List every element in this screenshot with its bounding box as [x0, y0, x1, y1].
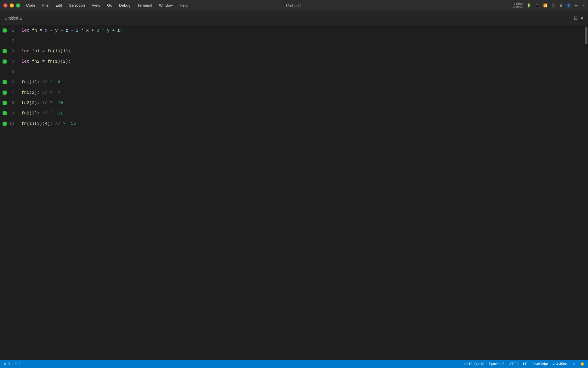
menu-window[interactable]: Window — [156, 0, 176, 11]
breakpoint-7[interactable] — [3, 91, 7, 95]
menu-go[interactable]: Go — [104, 0, 116, 11]
gutter-row-2: 2 — [0, 36, 16, 46]
menu-view[interactable]: View — [88, 0, 104, 11]
language-text: JavaScript — [532, 362, 548, 366]
code-line-5 — [22, 67, 585, 77]
gutter-row-10: 10 — [0, 118, 16, 129]
line-num-2: 2 — [8, 39, 14, 43]
gutter-row-6: 6 — [0, 77, 16, 87]
scrollbar[interactable] — [585, 25, 588, 360]
smiley-icon[interactable]: ☺ — [572, 362, 576, 366]
file-tab[interactable]: Untitled-1 — [5, 16, 22, 20]
bell-icon: 🔔 — [580, 362, 585, 366]
titlebar:  Code File Edit Selection View Go Debug… — [0, 0, 588, 11]
clock-icon: ⏱ — [552, 3, 555, 7]
warning-number: 0 — [19, 362, 21, 366]
line-num-5: 5 — [8, 70, 14, 74]
gutter-row-1: 1 — [0, 25, 16, 36]
menu-apple[interactable]:  — [14, 0, 23, 11]
indentation[interactable]: Spaces: 2 — [489, 362, 504, 366]
code-line-8: fn2(2); // ? 10 — [22, 98, 585, 108]
line-num-9: 9 — [8, 111, 14, 116]
no-breakpoint-5 — [3, 70, 7, 74]
line-num-4: 4 — [8, 59, 14, 64]
timing-info: ✔ 4.45ms — [552, 362, 568, 366]
keyword-let-1: let — [22, 28, 29, 33]
split-editor-icon[interactable]: ⊞ — [574, 15, 578, 21]
code-line-6: fn1(1); // ? 6 — [22, 77, 585, 87]
menu-edit[interactable]: Edit — [52, 0, 65, 11]
menu-code[interactable]: Code — [23, 0, 39, 11]
menu-file[interactable]: File — [39, 0, 52, 11]
no-breakpoint-2 — [3, 39, 7, 43]
breakpoint-3[interactable] — [3, 49, 7, 53]
error-number: 0 — [8, 362, 10, 366]
breakpoint-9[interactable] — [3, 111, 7, 115]
breakpoint-10[interactable] — [3, 122, 7, 126]
person-icon: 👤 — [566, 3, 571, 7]
editor: 1 2 3 4 5 6 7 — [0, 25, 588, 360]
window-title: Untitled-1 — [286, 3, 302, 8]
spaces-text: Spaces: 2 — [489, 362, 504, 366]
tab-actions: ⊞ ● — [574, 15, 583, 21]
code-line-4: let fn2 = fn(1)(2); — [22, 56, 585, 67]
circle-icon[interactable]: ● — [581, 16, 583, 21]
breakpoint-4[interactable] — [3, 60, 7, 64]
language-selector[interactable]: JavaScript — [532, 362, 548, 366]
menu-help[interactable]: Help — [176, 0, 191, 11]
code-line-10: fn(1)(3)(4); // ? 15 — [22, 118, 585, 129]
phone-icon: 📱 — [535, 3, 539, 7]
line-endings[interactable]: LF — [523, 362, 527, 366]
gutter-row-5: 5 — [0, 67, 16, 77]
line-num-7: 7 — [8, 90, 14, 95]
code-line-3: let fn1 = fn(1)(1); — [22, 46, 585, 56]
dots-icon: ••• — [575, 3, 579, 7]
list-icon: ≡ — [583, 3, 585, 7]
menu-terminal[interactable]: Terminal — [134, 0, 156, 11]
titlebar-right: 1 KB/s0 KB/s 🔋 📱 📶 ⏱ 🖥 👤 ••• ≡ — [513, 2, 585, 9]
position-text: Ln 10, Col 18 — [464, 362, 484, 366]
file-encoding[interactable]: UTF-8 — [509, 362, 519, 366]
tabbar: Untitled-1 ⊞ ● — [0, 11, 588, 25]
code-line-7: fn1(2); // ? 7 — [22, 87, 585, 98]
notification-icon[interactable]: 🔔 — [580, 362, 585, 366]
minimize-button[interactable] — [10, 3, 14, 7]
encoding-text: UTF-8 — [509, 362, 519, 366]
menu-debug[interactable]: Debug — [116, 0, 134, 11]
code-line-2 — [22, 36, 585, 46]
code-line-1: let fn = x ⇒ y ⇒ z ⇒ 2 * x + 3 * y + z; — [22, 25, 585, 36]
gutter-row-4: 4 — [0, 56, 16, 67]
code-area[interactable]: let fn = x ⇒ y ⇒ z ⇒ 2 * x + 3 * y + z; … — [16, 25, 585, 360]
warning-icon: ⚠ — [14, 362, 18, 366]
param-y: y — [55, 28, 58, 33]
menu-selection[interactable]: Selection — [65, 0, 88, 11]
breakpoint-6[interactable] — [3, 80, 7, 84]
scroll-thumb[interactable] — [585, 27, 587, 44]
breakpoint-8[interactable] — [3, 101, 7, 105]
line-num-8: 8 — [8, 101, 14, 105]
line-num-1: 1 — [8, 28, 14, 33]
gutter: 1 2 3 4 5 6 7 — [0, 25, 16, 360]
fn-identifier: fn — [32, 28, 37, 33]
line-num-10: 10 — [8, 121, 14, 126]
feedback-icon: ☺ — [572, 362, 576, 366]
gutter-row-3: 3 — [0, 46, 16, 56]
code-line-9: fn2(3); // ? 11 — [22, 108, 585, 118]
breakpoint-1[interactable] — [3, 28, 7, 32]
error-icon: ⊗ — [3, 362, 7, 366]
param-x: x — [45, 28, 47, 33]
network-speed: 1 KB/s0 KB/s — [513, 2, 523, 9]
line-num-6: 6 — [8, 80, 14, 85]
cast-icon: 🖥 — [559, 3, 562, 7]
statusbar: ⊗ 0 ⚠ 0 Ln 10, Col 18 Spaces: 2 UTF-8 LF… — [0, 360, 588, 368]
close-button[interactable] — [3, 3, 7, 7]
gutter-row-7: 7 — [0, 87, 16, 98]
menu-bar:  Code File Edit Selection View Go Debug… — [14, 0, 191, 11]
wifi-icon: 📶 — [543, 3, 548, 7]
error-count[interactable]: ⊗ 0 — [3, 362, 10, 366]
battery-icon: 🔋 — [527, 3, 531, 7]
warning-count[interactable]: ⚠ 0 — [14, 362, 21, 366]
cursor-position[interactable]: Ln 10, Col 18 — [464, 362, 484, 366]
eol-text: LF — [523, 362, 527, 366]
line-num-3: 3 — [8, 49, 14, 53]
